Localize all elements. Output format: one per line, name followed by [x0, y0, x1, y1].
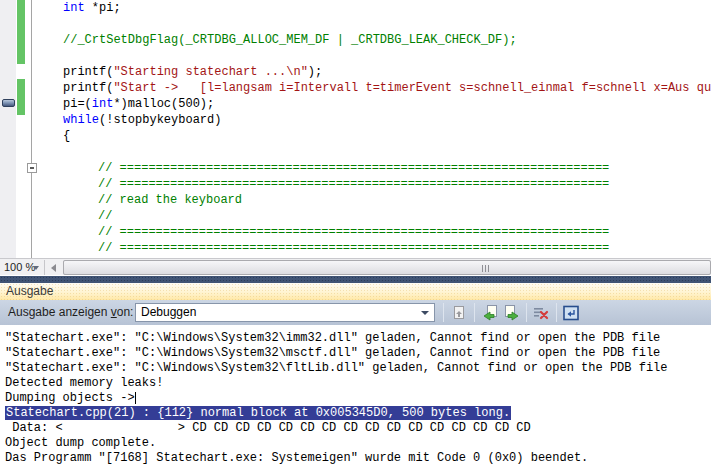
output-text-area[interactable]: "Statechart.exe": "C:\Windows\System32\i…	[0, 325, 711, 472]
code-line[interactable]: //_CrtSetDbgFlag(_CRTDBG_ALLOC_MEM_DF | …	[0, 32, 711, 48]
editor-zoom-select[interactable]: 100 %	[0, 259, 44, 275]
window-background-strip	[0, 276, 711, 283]
output-source-dropdown[interactable]: Debuggen	[135, 303, 435, 322]
code-line[interactable]: // =====================================…	[0, 176, 711, 192]
show-output-from-label: Ausgabe anzeigen von:	[8, 300, 133, 325]
highlighted-output-line: Statechart.cpp(21) : {112} normal block …	[5, 406, 511, 420]
code-line[interactable]: // =====================================…	[0, 240, 711, 256]
code-line[interactable]: // =====================================…	[0, 160, 711, 176]
clear-all-button[interactable]	[532, 304, 550, 322]
toolbar-divider	[526, 303, 527, 322]
toolbar-divider	[443, 303, 444, 322]
output-panel-title[interactable]: Ausgabe	[0, 283, 711, 300]
chevron-down-icon	[33, 266, 39, 270]
code-line[interactable]: {	[0, 128, 711, 144]
code-line[interactable]: pi=(int*)malloc(500);	[0, 96, 711, 112]
output-line[interactable]: Object dump complete.	[5, 436, 711, 451]
output-line[interactable]: "Statechart.exe": "C:\Windows\System32\f…	[5, 361, 711, 376]
toolbar-divider	[474, 303, 475, 322]
output-panel-title-text: Ausgabe	[6, 284, 53, 298]
output-line[interactable]: "Statechart.exe": "C:\Windows\System32\i…	[5, 331, 711, 346]
code-line[interactable]: // =====================================…	[0, 224, 711, 240]
output-line[interactable]: Data: < > CD CD CD CD CD CD CD CD CD CD …	[5, 421, 711, 436]
text-caret	[135, 392, 136, 404]
code-line[interactable]	[0, 144, 711, 160]
chevron-down-icon	[421, 311, 429, 315]
previous-message-icon	[481, 304, 499, 322]
output-line[interactable]: Das Programm "[7168] Statechart.exe: Sys…	[5, 451, 711, 466]
output-line[interactable]: Detected memory leaks!	[5, 376, 711, 391]
output-line[interactable]: Dumping objects ->	[5, 391, 711, 406]
scrollbar-left-arrow[interactable]	[47, 260, 62, 275]
code-line[interactable]: //	[0, 208, 711, 224]
code-line[interactable]: int *pi;	[0, 0, 711, 16]
toolbar-divider	[556, 303, 557, 322]
editor-hscroll-row: 100 %	[0, 258, 711, 275]
hscrollbar-thumb[interactable]	[63, 260, 711, 275]
output-line[interactable]: Statechart.cpp(21) : {112} normal block …	[5, 406, 711, 421]
output-line[interactable]: "Statechart.exe": "C:\Windows\System32\m…	[5, 346, 711, 361]
word-wrap-toggle-button[interactable]	[562, 304, 580, 322]
previous-message-button[interactable]	[481, 304, 499, 322]
goto-message-button[interactable]	[450, 304, 468, 322]
next-message-button[interactable]	[503, 304, 521, 322]
code-line[interactable]: printf("Starting statechart ...\n");	[0, 64, 711, 80]
output-source-value: Debuggen	[141, 305, 196, 319]
hscrollbar-track[interactable]	[63, 260, 711, 275]
next-message-icon	[503, 304, 521, 322]
word-wrap-icon	[562, 304, 580, 322]
editor-zoom-value: 100 %	[4, 261, 35, 273]
code-lines: int *pi;//_CrtSetDbgFlag(_CRTDBG_ALLOC_M…	[0, 0, 711, 256]
code-line[interactable]	[0, 16, 711, 32]
divider	[44, 260, 45, 275]
visual-studio-window: int *pi;//_CrtSetDbgFlag(_CRTDBG_ALLOC_M…	[0, 0, 711, 472]
code-editor[interactable]: int *pi;//_CrtSetDbgFlag(_CRTDBG_ALLOC_M…	[0, 0, 711, 258]
output-toolbar: Ausgabe anzeigen von: Debuggen	[0, 300, 711, 325]
code-line[interactable]	[0, 48, 711, 64]
scrollbar-grip-icon	[482, 265, 491, 272]
goto-message-icon	[450, 304, 468, 322]
code-line[interactable]: while(!stopbykeyboard)	[0, 112, 711, 128]
code-line[interactable]: // read the keyboard	[0, 192, 711, 208]
code-line[interactable]: printf("Start -> [l=langsam i=Intervall …	[0, 80, 711, 96]
clear-all-icon	[532, 304, 550, 322]
